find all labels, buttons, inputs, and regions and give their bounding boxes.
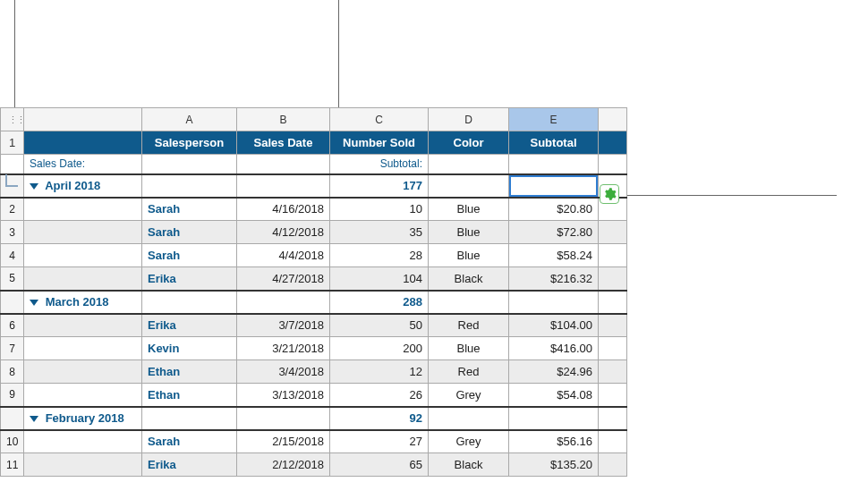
group-name-march[interactable]: March 2018 xyxy=(24,291,142,314)
field-header-gutter xyxy=(24,131,142,155)
summary-label-row: Sales Date: Subtotal: xyxy=(1,155,627,174)
table-row: 3 Sarah 4/12/2018 35 Blue $72.80 xyxy=(1,221,627,244)
group-row-february[interactable]: February 2018 92 xyxy=(1,407,627,430)
field-header-row: 1 Salesperson Sales Date Number Sold Col… xyxy=(1,131,627,155)
table-row: 6 Erika 3/7/2018 50 Red $104.00 xyxy=(1,314,627,337)
column-header-gutter[interactable] xyxy=(24,108,142,131)
disclosure-triangle-icon[interactable] xyxy=(30,183,38,190)
group-row-april[interactable]: April 2018 177 xyxy=(1,174,627,198)
row-header-10[interactable]: 10 xyxy=(1,430,24,453)
row-indicator-icon xyxy=(5,174,18,187)
disclosure-triangle-icon[interactable] xyxy=(30,300,38,306)
table-row: 7 Kevin 3/21/2018 200 Blue $416.00 xyxy=(1,337,627,360)
table-row: 5 Erika 4/27/2018 104 Black $216.32 xyxy=(1,267,627,291)
cell-salesperson[interactable]: Sarah xyxy=(142,198,237,221)
group-label: April 2018 xyxy=(45,179,100,192)
table-row: 2 Sarah 4/16/2018 10 Blue $20.80 xyxy=(1,198,627,221)
column-header-tail xyxy=(599,108,627,131)
row-header-8[interactable]: 8 xyxy=(1,360,24,384)
column-header-b[interactable]: B xyxy=(237,108,330,131)
cell-subtotal[interactable]: $20.80 xyxy=(509,198,599,221)
row-header-5[interactable]: 5 xyxy=(1,267,24,291)
table-row: 4 Sarah 4/4/2018 28 Blue $58.24 xyxy=(1,244,627,267)
selected-cell-e-group[interactable] xyxy=(509,174,599,198)
label-subtotal: Subtotal: xyxy=(330,155,429,174)
group-name-april[interactable]: April 2018 xyxy=(24,174,142,198)
label-sales-date: Sales Date: xyxy=(24,155,142,174)
row-header-4[interactable]: 4 xyxy=(1,244,24,267)
row-header-2[interactable]: 2 xyxy=(1,198,24,221)
row-header-1[interactable]: 1 xyxy=(1,131,24,155)
table-row: 8 Ethan 3/4/2018 12 Red $24.96 xyxy=(1,360,627,384)
row-header-label xyxy=(1,155,24,174)
cell-numbersold[interactable]: 10 xyxy=(330,198,429,221)
header-number-sold[interactable]: Number Sold xyxy=(330,131,429,155)
cell-date[interactable]: 4/16/2018 xyxy=(237,198,330,221)
column-header-e[interactable]: E xyxy=(509,108,599,131)
table-row: 9 Ethan 3/13/2018 26 Grey $54.08 xyxy=(1,384,627,407)
summary-action-button[interactable] xyxy=(600,184,619,204)
column-header-a[interactable]: A xyxy=(142,108,237,131)
column-header-d[interactable]: D xyxy=(429,108,509,131)
column-header-c[interactable]: C xyxy=(330,108,429,131)
group-row-march[interactable]: March 2018 288 xyxy=(1,291,627,314)
table-row: 10 Sarah 2/15/2018 27 Grey $56.16 xyxy=(1,430,627,453)
cell-color[interactable]: Blue xyxy=(429,198,509,221)
callout-leader-gear xyxy=(622,195,837,196)
header-salesperson[interactable]: Salesperson xyxy=(142,131,237,155)
header-subtotal[interactable]: Subtotal xyxy=(509,131,599,155)
gear-icon xyxy=(602,187,617,201)
row-header-9[interactable]: 9 xyxy=(1,384,24,407)
header-sales-date[interactable]: Sales Date xyxy=(237,131,330,155)
table-corner-handle[interactable] xyxy=(1,108,24,131)
row-header-3[interactable]: 3 xyxy=(1,221,24,244)
group-name-february[interactable]: February 2018 xyxy=(24,407,142,430)
callout-leader-corner xyxy=(14,0,15,109)
drag-handle-icon xyxy=(8,114,17,123)
column-header-row: A B C D E xyxy=(1,108,627,131)
row-header-6[interactable]: 6 xyxy=(1,314,24,337)
row-header-11[interactable]: 11 xyxy=(1,453,24,477)
row-header-7[interactable]: 7 xyxy=(1,337,24,360)
disclosure-triangle-icon[interactable] xyxy=(30,416,38,422)
table-row: 11 Erika 2/12/2018 65 Black $135.20 xyxy=(1,453,627,477)
header-color[interactable]: Color xyxy=(429,131,509,155)
spreadsheet-table: A B C D E 1 Salesperson Sales Date Numbe… xyxy=(0,107,626,477)
group-numbersold-april: 177 xyxy=(330,174,429,198)
field-header-tail xyxy=(599,131,627,155)
